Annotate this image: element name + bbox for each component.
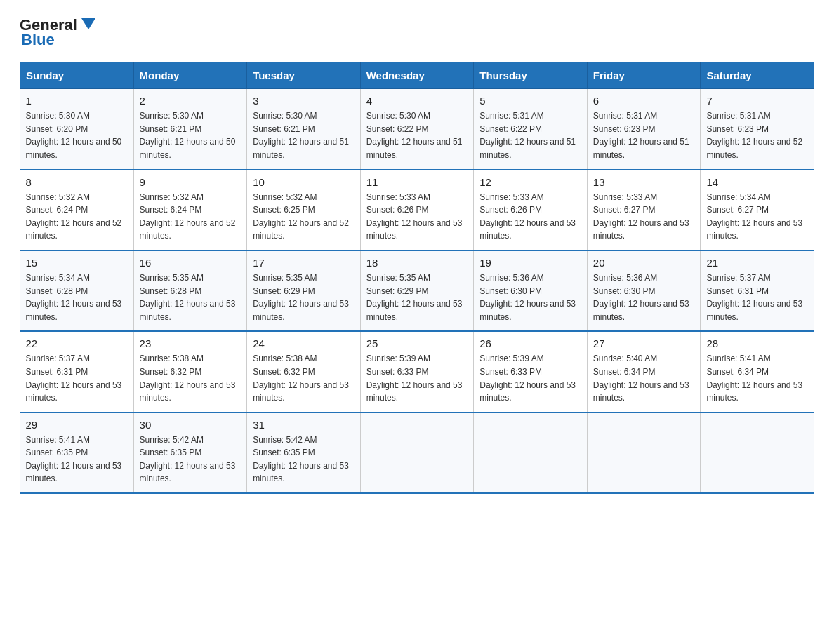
- week-row-3: 15 Sunrise: 5:34 AMSunset: 6:28 PMDaylig…: [20, 250, 814, 331]
- day-cell: 22 Sunrise: 5:37 AMSunset: 6:31 PMDaylig…: [20, 331, 134, 412]
- day-cell: 28 Sunrise: 5:41 AMSunset: 6:34 PMDaylig…: [701, 331, 814, 412]
- logo-line2: Blue: [20, 31, 55, 49]
- header: General Blue: [20, 17, 814, 49]
- day-info: Sunrise: 5:37 AMSunset: 6:31 PMDaylight:…: [706, 271, 808, 323]
- week-row-2: 8 Sunrise: 5:32 AMSunset: 6:24 PMDayligh…: [20, 170, 814, 250]
- day-cell: 20 Sunrise: 5:36 AMSunset: 6:30 PMDaylig…: [587, 250, 701, 331]
- day-number: 5: [479, 95, 581, 107]
- day-number: 25: [366, 337, 468, 349]
- day-info: Sunrise: 5:33 AMSunset: 6:27 PMDaylight:…: [593, 191, 695, 243]
- day-info: Sunrise: 5:30 AMSunset: 6:21 PMDaylight:…: [253, 109, 355, 161]
- day-number: 2: [140, 95, 241, 107]
- day-cell: 9 Sunrise: 5:32 AMSunset: 6:24 PMDayligh…: [133, 170, 247, 250]
- svg-marker-0: [81, 18, 95, 29]
- day-number: 20: [593, 257, 695, 269]
- day-info: Sunrise: 5:39 AMSunset: 6:33 PMDaylight:…: [366, 352, 468, 404]
- day-cell: 30 Sunrise: 5:42 AMSunset: 6:35 PMDaylig…: [133, 412, 247, 493]
- weekday-header-wednesday: Wednesday: [360, 62, 474, 89]
- weekday-header-row: SundayMondayTuesdayWednesdayThursdayFrid…: [20, 62, 814, 89]
- day-cell: 17 Sunrise: 5:35 AMSunset: 6:29 PMDaylig…: [247, 250, 361, 331]
- day-number: 11: [366, 176, 468, 188]
- day-cell: 16 Sunrise: 5:35 AMSunset: 6:28 PMDaylig…: [133, 250, 247, 331]
- day-info: Sunrise: 5:34 AMSunset: 6:27 PMDaylight:…: [706, 191, 808, 243]
- day-cell: 14 Sunrise: 5:34 AMSunset: 6:27 PMDaylig…: [701, 170, 814, 250]
- day-info: Sunrise: 5:32 AMSunset: 6:25 PMDaylight:…: [253, 191, 355, 243]
- day-cell: 11 Sunrise: 5:33 AMSunset: 6:26 PMDaylig…: [360, 170, 474, 250]
- week-row-5: 29 Sunrise: 5:41 AMSunset: 6:35 PMDaylig…: [20, 412, 814, 493]
- day-number: 1: [26, 95, 128, 107]
- day-info: Sunrise: 5:38 AMSunset: 6:32 PMDaylight:…: [140, 352, 241, 404]
- day-info: Sunrise: 5:41 AMSunset: 6:35 PMDaylight:…: [26, 434, 128, 485]
- day-info: Sunrise: 5:33 AMSunset: 6:26 PMDaylight:…: [366, 191, 468, 243]
- day-number: 9: [140, 176, 241, 188]
- day-info: Sunrise: 5:30 AMSunset: 6:20 PMDaylight:…: [26, 109, 128, 161]
- day-number: 27: [593, 337, 695, 349]
- logo-icon: [79, 14, 98, 34]
- day-number: 18: [366, 257, 468, 269]
- day-cell: 5 Sunrise: 5:31 AMSunset: 6:22 PMDayligh…: [474, 89, 588, 170]
- day-cell: 24 Sunrise: 5:38 AMSunset: 6:32 PMDaylig…: [247, 331, 361, 412]
- day-info: Sunrise: 5:41 AMSunset: 6:34 PMDaylight:…: [706, 352, 808, 404]
- calendar-body: 1 Sunrise: 5:30 AMSunset: 6:20 PMDayligh…: [20, 89, 814, 493]
- day-info: Sunrise: 5:30 AMSunset: 6:21 PMDaylight:…: [140, 109, 241, 161]
- day-cell: 29 Sunrise: 5:41 AMSunset: 6:35 PMDaylig…: [20, 412, 134, 493]
- day-cell: [701, 412, 814, 493]
- day-cell: 12 Sunrise: 5:33 AMSunset: 6:26 PMDaylig…: [474, 170, 588, 250]
- day-info: Sunrise: 5:30 AMSunset: 6:22 PMDaylight:…: [366, 109, 468, 161]
- day-number: 26: [479, 337, 581, 349]
- day-info: Sunrise: 5:31 AMSunset: 6:23 PMDaylight:…: [706, 109, 808, 161]
- day-cell: 21 Sunrise: 5:37 AMSunset: 6:31 PMDaylig…: [701, 250, 814, 331]
- day-number: 21: [706, 257, 808, 269]
- day-cell: 7 Sunrise: 5:31 AMSunset: 6:23 PMDayligh…: [701, 89, 814, 170]
- week-row-1: 1 Sunrise: 5:30 AMSunset: 6:20 PMDayligh…: [20, 89, 814, 170]
- day-cell: 25 Sunrise: 5:39 AMSunset: 6:33 PMDaylig…: [360, 331, 474, 412]
- day-cell: 1 Sunrise: 5:30 AMSunset: 6:20 PMDayligh…: [20, 89, 134, 170]
- day-cell: 31 Sunrise: 5:42 AMSunset: 6:35 PMDaylig…: [247, 412, 361, 493]
- weekday-header-monday: Monday: [133, 62, 247, 89]
- weekday-header-friday: Friday: [587, 62, 701, 89]
- page: General Blue SundayMondayTuesdayWednesda…: [0, 0, 834, 508]
- day-cell: [587, 412, 701, 493]
- day-number: 13: [593, 176, 695, 188]
- day-cell: 15 Sunrise: 5:34 AMSunset: 6:28 PMDaylig…: [20, 250, 134, 331]
- day-number: 29: [26, 419, 128, 431]
- day-number: 12: [479, 176, 581, 188]
- day-number: 16: [140, 257, 241, 269]
- weekday-header-thursday: Thursday: [474, 62, 588, 89]
- day-number: 31: [253, 419, 355, 431]
- day-cell: [474, 412, 588, 493]
- week-row-4: 22 Sunrise: 5:37 AMSunset: 6:31 PMDaylig…: [20, 331, 814, 412]
- day-info: Sunrise: 5:36 AMSunset: 6:30 PMDaylight:…: [479, 271, 581, 323]
- day-info: Sunrise: 5:42 AMSunset: 6:35 PMDaylight:…: [253, 434, 355, 485]
- day-info: Sunrise: 5:38 AMSunset: 6:32 PMDaylight:…: [253, 352, 355, 404]
- weekday-header-sunday: Sunday: [20, 62, 134, 89]
- day-cell: 23 Sunrise: 5:38 AMSunset: 6:32 PMDaylig…: [133, 331, 247, 412]
- day-number: 17: [253, 257, 355, 269]
- day-number: 30: [140, 419, 241, 431]
- day-info: Sunrise: 5:42 AMSunset: 6:35 PMDaylight:…: [140, 434, 241, 485]
- day-info: Sunrise: 5:37 AMSunset: 6:31 PMDaylight:…: [26, 352, 128, 404]
- day-number: 4: [366, 95, 468, 107]
- calendar-table: SundayMondayTuesdayWednesdayThursdayFrid…: [20, 62, 814, 494]
- day-number: 6: [593, 95, 695, 107]
- day-info: Sunrise: 5:33 AMSunset: 6:26 PMDaylight:…: [479, 191, 581, 243]
- day-number: 23: [140, 337, 241, 349]
- weekday-header-saturday: Saturday: [701, 62, 814, 89]
- day-info: Sunrise: 5:32 AMSunset: 6:24 PMDaylight:…: [140, 191, 241, 243]
- day-cell: [360, 412, 474, 493]
- day-info: Sunrise: 5:35 AMSunset: 6:28 PMDaylight:…: [140, 271, 241, 323]
- day-cell: 27 Sunrise: 5:40 AMSunset: 6:34 PMDaylig…: [587, 331, 701, 412]
- day-number: 10: [253, 176, 355, 188]
- day-cell: 2 Sunrise: 5:30 AMSunset: 6:21 PMDayligh…: [133, 89, 247, 170]
- day-info: Sunrise: 5:39 AMSunset: 6:33 PMDaylight:…: [479, 352, 581, 404]
- day-cell: 4 Sunrise: 5:30 AMSunset: 6:22 PMDayligh…: [360, 89, 474, 170]
- day-cell: 10 Sunrise: 5:32 AMSunset: 6:25 PMDaylig…: [247, 170, 361, 250]
- day-number: 22: [26, 337, 128, 349]
- day-info: Sunrise: 5:35 AMSunset: 6:29 PMDaylight:…: [253, 271, 355, 323]
- day-cell: 13 Sunrise: 5:33 AMSunset: 6:27 PMDaylig…: [587, 170, 701, 250]
- day-cell: 26 Sunrise: 5:39 AMSunset: 6:33 PMDaylig…: [474, 331, 588, 412]
- day-info: Sunrise: 5:40 AMSunset: 6:34 PMDaylight:…: [593, 352, 695, 404]
- day-cell: 8 Sunrise: 5:32 AMSunset: 6:24 PMDayligh…: [20, 170, 134, 250]
- day-info: Sunrise: 5:31 AMSunset: 6:22 PMDaylight:…: [479, 109, 581, 161]
- day-cell: 6 Sunrise: 5:31 AMSunset: 6:23 PMDayligh…: [587, 89, 701, 170]
